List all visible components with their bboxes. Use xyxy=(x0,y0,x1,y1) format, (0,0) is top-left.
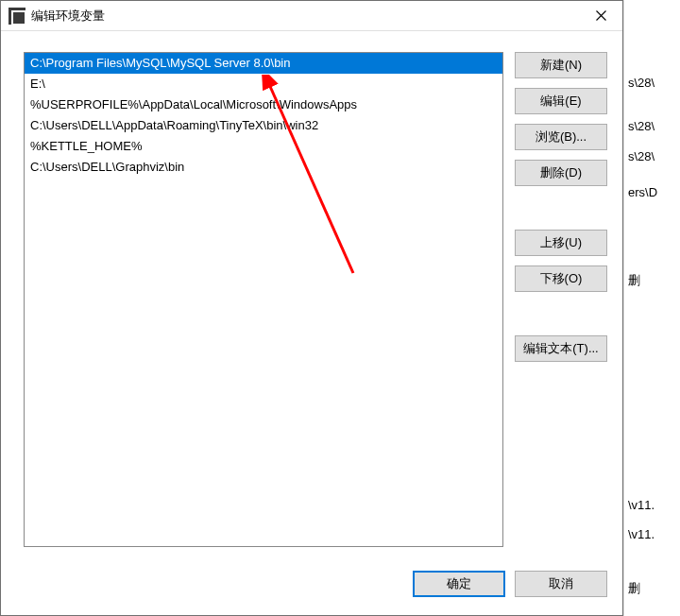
dialog-footer: 确定 取消 xyxy=(1,568,622,615)
path-listbox[interactable]: C:\Program Files\MySQL\MySQL Server 8.0\… xyxy=(24,52,503,547)
dialog-title: 编辑环境变量 xyxy=(31,8,579,25)
browse-button[interactable]: 浏览(B)... xyxy=(515,124,607,150)
bg-text: s\28\ xyxy=(628,149,654,163)
moveup-button[interactable]: 上移(U) xyxy=(515,230,607,256)
bg-text: 删 xyxy=(628,580,640,597)
list-item[interactable]: %KETTLE_HOME% xyxy=(25,136,502,157)
list-item[interactable]: %USERPROFILE%\AppData\Local\Microsoft\Wi… xyxy=(25,94,502,115)
list-item[interactable]: C:\Program Files\MySQL\MySQL Server 8.0\… xyxy=(25,53,502,74)
list-item[interactable]: E:\ xyxy=(25,74,502,94)
ok-button[interactable]: 确定 xyxy=(413,571,505,597)
list-item[interactable]: C:\Users\DELL\AppData\Roaming\TinyTeX\bi… xyxy=(25,115,502,136)
bg-text: ers\D xyxy=(628,185,657,199)
delete-button[interactable]: 删除(D) xyxy=(515,160,607,186)
bg-text: s\28\ xyxy=(628,76,654,90)
bg-text: 删 xyxy=(628,272,640,289)
close-button[interactable] xyxy=(579,1,622,31)
edit-text-button[interactable]: 编辑文本(T)... xyxy=(515,335,607,362)
background-window: s\28\ s\28\ s\28\ ers\D 删 \v11. \v11. 删 xyxy=(623,0,680,616)
bg-text: s\28\ xyxy=(628,119,654,133)
side-button-column: 新建(N) 编辑(E) 浏览(B)... 删除(D) 上移(U) 下移(O) 编… xyxy=(515,52,607,558)
edit-environment-variable-dialog: 编辑环境变量 C:\Program Files\MySQL\MySQL Serv… xyxy=(0,0,623,616)
bg-text: \v11. xyxy=(628,498,654,512)
new-button[interactable]: 新建(N) xyxy=(515,52,607,78)
cancel-button[interactable]: 取消 xyxy=(515,571,607,597)
close-icon xyxy=(596,10,606,21)
titlebar: 编辑环境变量 xyxy=(1,1,622,31)
app-icon xyxy=(8,8,26,25)
movedown-button[interactable]: 下移(O) xyxy=(515,265,607,292)
bg-text: \v11. xyxy=(628,527,654,541)
list-item[interactable]: C:\Users\DELL\Graphviz\bin xyxy=(25,157,502,178)
edit-button[interactable]: 编辑(E) xyxy=(515,88,607,114)
dialog-content: C:\Program Files\MySQL\MySQL Server 8.0\… xyxy=(1,31,622,568)
